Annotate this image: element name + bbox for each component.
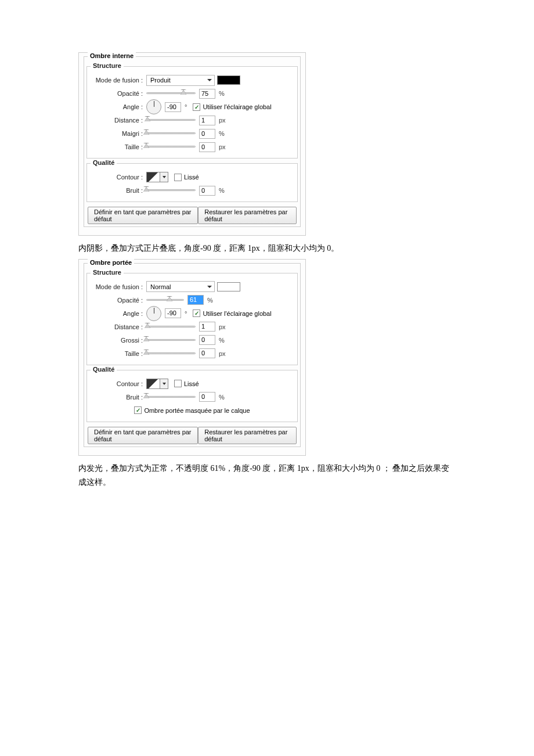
panel-title: Ombre portée: [88, 259, 134, 266]
angle-dial[interactable]: [146, 306, 161, 321]
contour-picker[interactable]: [146, 172, 160, 182]
size-label: Taille :: [91, 143, 146, 150]
caption-2: 内发光，叠加方式为正常，不透明度 61%，角度-90 度，距离 1px，阻塞和大…: [78, 462, 450, 489]
antialias-checkbox[interactable]: [174, 174, 182, 181]
contour-dropdown[interactable]: [160, 172, 168, 182]
contour-dropdown[interactable]: [160, 379, 168, 389]
opacity-label: Opacité :: [91, 90, 146, 97]
quality-fieldset: Qualité Contour : Lissé Bruit : 0 %: [86, 163, 298, 202]
noise-unit: %: [219, 187, 225, 194]
structure-fieldset: Structure Mode de fusion : Normal Opacit…: [86, 273, 298, 365]
panel-inner-shadow: Ombre interne Structure Mode de fusion :…: [78, 52, 306, 236]
distance-slider[interactable]: [146, 116, 196, 124]
color-swatch[interactable]: [217, 75, 240, 85]
size-label: Taille :: [91, 350, 146, 357]
outer-fieldset: Ombre portée Structure Mode de fusion : …: [84, 263, 301, 447]
size-slider[interactable]: [146, 350, 196, 358]
noise-label: Bruit :: [91, 187, 146, 194]
blend-mode-dropdown[interactable]: Produit: [146, 75, 215, 86]
contour-picker[interactable]: [146, 379, 160, 389]
quality-fieldset: Qualité Contour : Lissé Bruit : 0 % Ombr…: [86, 370, 298, 422]
opacity-label: Opacité :: [91, 297, 146, 304]
color-swatch[interactable]: [217, 282, 240, 291]
global-light-label: Utiliser l'éclairage global: [203, 103, 271, 110]
knockout-checkbox[interactable]: [134, 406, 142, 414]
distance-input[interactable]: 1: [199, 322, 215, 332]
spread-input[interactable]: 0: [199, 335, 215, 345]
angle-input[interactable]: -90: [165, 102, 181, 112]
opacity-slider[interactable]: [146, 296, 184, 304]
knockout-label: Ombre portée masquée par le calque: [144, 407, 250, 414]
antialias-label: Lissé: [184, 174, 199, 181]
angle-label: Angle :: [91, 310, 146, 317]
chevron-down-icon: [207, 286, 212, 288]
antialias-label: Lissé: [184, 380, 199, 387]
distance-input[interactable]: 1: [199, 116, 215, 125]
noise-label: Bruit :: [91, 394, 146, 401]
global-light-checkbox[interactable]: [193, 309, 200, 317]
opacity-slider[interactable]: [146, 89, 196, 98]
outer-fieldset: Ombre interne Structure Mode de fusion :…: [84, 56, 301, 227]
caption-1: 内阴影，叠加方式正片叠底，角度-90 度，距离 1px，阻塞和大小均为 0。: [78, 242, 450, 255]
choke-slider[interactable]: [146, 129, 196, 138]
structure-fieldset: Structure Mode de fusion : Produit Opaci…: [86, 66, 298, 159]
structure-title: Structure: [91, 62, 124, 69]
opacity-unit: %: [219, 90, 225, 97]
reset-default-button[interactable]: Restaurer les paramètres par défaut: [198, 207, 297, 224]
distance-label: Distance :: [91, 323, 146, 330]
distance-label: Distance :: [91, 117, 146, 124]
size-input[interactable]: 0: [199, 142, 215, 152]
size-unit: px: [219, 350, 226, 357]
noise-input[interactable]: 0: [199, 186, 215, 196]
angle-unit: °: [185, 310, 187, 317]
make-default-button[interactable]: Définir en tant que paramètres par défau…: [88, 427, 198, 444]
blend-mode-value: Normal: [150, 283, 171, 290]
make-default-button[interactable]: Définir en tant que paramètres par défau…: [88, 207, 198, 224]
contour-label: Contour :: [91, 380, 146, 387]
panel-drop-shadow: Ombre portée Structure Mode de fusion : …: [78, 259, 306, 456]
angle-input[interactable]: -90: [165, 308, 181, 318]
noise-slider[interactable]: [146, 186, 196, 195]
reset-default-button[interactable]: Restaurer les paramètres par défaut: [198, 427, 297, 444]
structure-title: Structure: [91, 269, 124, 276]
quality-title: Qualité: [91, 366, 117, 373]
spread-slider[interactable]: [146, 336, 196, 344]
distance-unit: px: [219, 323, 226, 330]
opacity-unit: %: [207, 297, 213, 304]
choke-label: Maigri :: [91, 130, 146, 137]
distance-slider[interactable]: [146, 323, 196, 331]
blend-mode-label: Mode de fusion :: [91, 77, 146, 84]
choke-input[interactable]: 0: [199, 129, 215, 139]
quality-title: Qualité: [91, 159, 117, 166]
noise-input[interactable]: 0: [199, 392, 215, 402]
contour-label: Contour :: [91, 174, 146, 181]
antialias-checkbox[interactable]: [174, 380, 182, 387]
angle-unit: °: [185, 103, 187, 110]
chevron-down-icon: [207, 79, 212, 81]
opacity-input[interactable]: 61: [187, 295, 204, 305]
noise-unit: %: [219, 394, 225, 401]
blend-mode-label: Mode de fusion :: [91, 283, 146, 290]
size-slider[interactable]: [146, 143, 196, 151]
opacity-input[interactable]: 75: [199, 89, 215, 99]
spread-label: Grossi :: [91, 337, 146, 344]
noise-slider[interactable]: [146, 393, 196, 401]
panel-title: Ombre interne: [88, 52, 136, 59]
global-light-checkbox[interactable]: [193, 103, 200, 111]
size-unit: px: [219, 143, 226, 150]
distance-unit: px: [219, 117, 226, 124]
spread-unit: %: [219, 337, 225, 344]
blend-mode-dropdown[interactable]: Normal: [146, 281, 215, 292]
blend-mode-value: Produit: [150, 77, 171, 84]
global-light-label: Utiliser l'éclairage global: [203, 310, 271, 317]
angle-label: Angle :: [91, 103, 146, 110]
size-input[interactable]: 0: [199, 348, 215, 358]
angle-dial[interactable]: [146, 99, 161, 114]
choke-unit: %: [219, 130, 225, 137]
